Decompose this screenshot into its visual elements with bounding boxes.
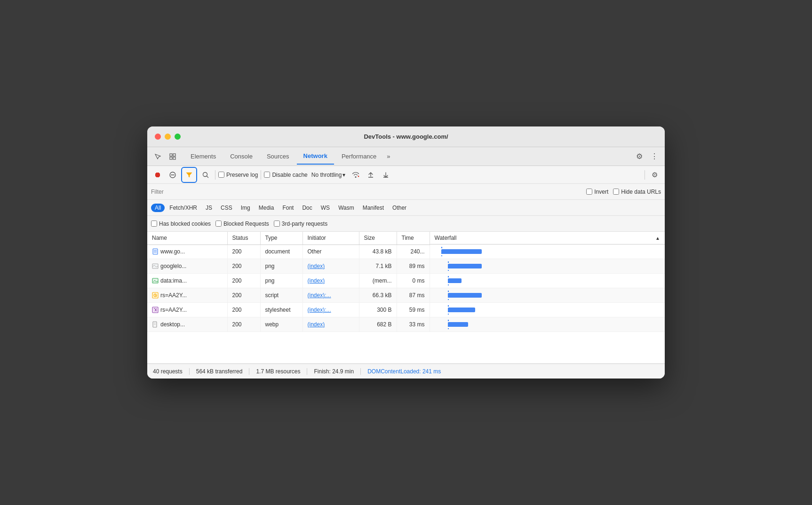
- window-title: DevTools - www.google.com/: [364, 133, 448, 140]
- hide-data-urls-checkbox[interactable]: Hide data URLs: [613, 189, 661, 195]
- network-settings-button[interactable]: ⚙: [648, 168, 661, 181]
- cell-status: 200: [227, 303, 260, 317]
- status-resources: 1.7 MB resources: [249, 368, 307, 375]
- filter-options: Invert Hide data URLs: [586, 189, 661, 195]
- hide-data-urls-label: Hide data URLs: [621, 189, 661, 195]
- type-btn-media[interactable]: Media: [255, 204, 278, 212]
- filter-button[interactable]: [181, 167, 197, 183]
- th-status[interactable]: Status: [227, 232, 260, 245]
- type-btn-doc[interactable]: Doc: [298, 204, 316, 212]
- adv-filter-1[interactable]: Blocked Requests: [215, 221, 269, 227]
- cell-name: googlelo...: [147, 259, 227, 274]
- devtools-more-button[interactable]: ⋮: [648, 150, 661, 163]
- disable-cache-checkbox[interactable]: Disable cache: [264, 172, 307, 178]
- upload-button[interactable]: [364, 168, 377, 181]
- status-transferred: 564 kB transferred: [190, 368, 250, 375]
- tab-performance[interactable]: Performance: [335, 149, 383, 165]
- invert-checkbox[interactable]: Invert: [586, 189, 608, 195]
- invert-label: Invert: [594, 189, 608, 195]
- devtools-settings-button[interactable]: ⚙: [633, 150, 646, 163]
- svg-rect-24: [152, 307, 158, 313]
- record-button[interactable]: ⏺: [151, 168, 164, 181]
- adv-filter-2[interactable]: 3rd-party requests: [274, 221, 327, 227]
- type-filter: AllFetch/XHRJSCSSImgMediaFontDocWSWasmMa…: [147, 200, 665, 216]
- style-icon: [152, 307, 159, 313]
- clear-button[interactable]: [166, 168, 179, 181]
- type-btn-fetch/xhr[interactable]: Fetch/XHR: [166, 204, 201, 212]
- inspect-icon[interactable]: [166, 150, 179, 163]
- toolbar-divider-1: [215, 170, 215, 180]
- table-row[interactable]: rs=AA2Y...200script(index):...66.3 kB87 …: [147, 288, 665, 303]
- cell-initiator[interactable]: (index):...: [303, 288, 359, 303]
- type-btn-js[interactable]: JS: [202, 204, 216, 212]
- table-row[interactable]: www.go...200documentOther43.8 kB240...: [147, 245, 665, 259]
- maximize-button[interactable]: [175, 134, 181, 140]
- window-controls: [155, 134, 181, 140]
- minimize-button[interactable]: [165, 134, 171, 140]
- disable-cache-input[interactable]: [264, 172, 270, 178]
- search-button[interactable]: [199, 168, 212, 181]
- th-name[interactable]: Name: [147, 232, 227, 245]
- table-row[interactable]: desktop...200webp(index)682 B33 ms: [147, 317, 665, 332]
- script-icon: [152, 292, 159, 299]
- type-btn-all[interactable]: All: [151, 204, 165, 212]
- type-btn-wasm[interactable]: Wasm: [334, 204, 358, 212]
- cell-time: 89 ms: [397, 259, 430, 274]
- table-row[interactable]: googlelo...200png(index)7.1 kB89 ms: [147, 259, 665, 274]
- table-row[interactable]: rs=AA2Y...200stylesheet(index):...300 B5…: [147, 303, 665, 317]
- type-btn-other[interactable]: Other: [389, 204, 410, 212]
- th-size[interactable]: Size: [359, 232, 397, 245]
- waterfall-bar-wrapper: [435, 276, 661, 285]
- disable-cache-label: Disable cache: [272, 172, 307, 178]
- invert-input[interactable]: [586, 189, 592, 195]
- cell-waterfall: [430, 317, 665, 332]
- cursor-icon[interactable]: [151, 150, 164, 163]
- hide-data-urls-input[interactable]: [613, 189, 619, 195]
- type-btn-ws[interactable]: WS: [317, 204, 334, 212]
- download-button[interactable]: [379, 168, 392, 181]
- th-initiator[interactable]: Initiator: [303, 232, 359, 245]
- tab-network[interactable]: Network: [297, 149, 334, 165]
- throttle-label: No throttling: [311, 172, 342, 178]
- wifi-icon[interactable]: [349, 168, 362, 181]
- waterfall-marker-line: [448, 305, 449, 315]
- cell-initiator[interactable]: (index): [303, 259, 359, 274]
- waterfall-marker-line: [448, 320, 449, 329]
- waterfall-bar: [441, 249, 482, 254]
- svg-line-7: [207, 176, 209, 178]
- tab-elements[interactable]: Elements: [184, 149, 223, 165]
- network-table-container[interactable]: Name Status Type Initiator Size Time Wat…: [147, 232, 665, 363]
- th-waterfall[interactable]: Waterfall ▲: [430, 232, 665, 245]
- preserve-log-input[interactable]: [218, 172, 224, 178]
- devtools-window: DevTools - www.google.com/ Elements Cons…: [147, 126, 665, 379]
- throttle-select[interactable]: No throttling ▾: [310, 171, 348, 179]
- table-row[interactable]: data:ima...200png(index)(mem...0 ms: [147, 274, 665, 288]
- waterfall-bar: [448, 293, 482, 298]
- type-btn-manifest[interactable]: Manifest: [359, 204, 388, 212]
- cell-size: 43.8 kB: [359, 245, 397, 259]
- cell-name: www.go...: [147, 245, 227, 259]
- status-finish: Finish: 24.9 min: [307, 368, 361, 375]
- cell-initiator[interactable]: (index):...: [303, 303, 359, 317]
- tab-console[interactable]: Console: [223, 149, 259, 165]
- waterfall-bar-wrapper: [435, 305, 661, 315]
- tab-sources[interactable]: Sources: [260, 149, 296, 165]
- cell-size: 7.1 kB: [359, 259, 397, 274]
- adv-filter-0[interactable]: Has blocked cookies: [151, 221, 211, 227]
- filter-input[interactable]: [151, 189, 236, 195]
- tab-more-button[interactable]: »: [384, 153, 393, 160]
- cell-initiator[interactable]: (index): [303, 317, 359, 332]
- table-header: Name Status Type Initiator Size Time Wat…: [147, 232, 665, 245]
- preserve-log-checkbox[interactable]: Preserve log: [218, 172, 258, 178]
- cell-status: 200: [227, 317, 260, 332]
- close-button[interactable]: [155, 134, 161, 140]
- th-time[interactable]: Time: [397, 232, 430, 245]
- waterfall-bar: [448, 264, 482, 268]
- type-btn-img[interactable]: Img: [237, 204, 254, 212]
- status-requests: 40 requests: [153, 368, 190, 375]
- type-btn-css[interactable]: CSS: [217, 204, 236, 212]
- th-type[interactable]: Type: [260, 232, 303, 245]
- cell-initiator[interactable]: (index): [303, 274, 359, 288]
- type-btn-font[interactable]: Font: [279, 204, 297, 212]
- waterfall-marker-line: [441, 247, 442, 256]
